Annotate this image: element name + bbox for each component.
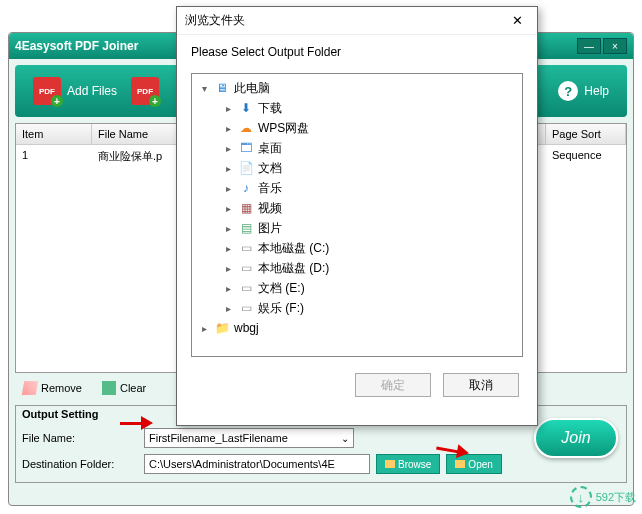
- tree-label: 下载: [258, 100, 282, 117]
- tree-item[interactable]: ▸▭文档 (E:): [194, 278, 520, 298]
- folder-open-icon: [455, 460, 465, 468]
- minimize-button[interactable]: —: [577, 38, 601, 54]
- tree-label: 文档 (E:): [258, 280, 305, 297]
- expand-icon[interactable]: ▸: [222, 163, 234, 174]
- expand-icon[interactable]: ▸: [222, 103, 234, 114]
- expand-icon[interactable]: ▸: [222, 143, 234, 154]
- tree-label: 本地磁盘 (D:): [258, 260, 329, 277]
- disk-icon: ▭: [238, 241, 254, 255]
- watermark: ↓ 592下载: [570, 486, 636, 508]
- destfolder-input[interactable]: C:\Users\Administrator\Documents\4E: [144, 454, 370, 474]
- tree-item[interactable]: ▸🗔桌面: [194, 138, 520, 158]
- expand-icon[interactable]: ▸: [222, 223, 234, 234]
- browse-button[interactable]: Browse: [376, 454, 440, 474]
- add-files-button[interactable]: PDF Add Files: [25, 73, 125, 109]
- tree-item[interactable]: ▸♪音乐: [194, 178, 520, 198]
- tree-item[interactable]: ▸▤图片: [194, 218, 520, 238]
- browse-folder-dialog: 浏览文件夹 ✕ Please Select Output Folder ▾🖥此电…: [176, 6, 538, 426]
- filename-value: FirstFilename_LastFilename: [149, 432, 288, 444]
- eraser-icon: [22, 381, 38, 395]
- destfolder-row: Destination Folder: C:\Users\Administrat…: [22, 454, 620, 474]
- folder-tree[interactable]: ▾🖥此电脑▸⬇下载▸☁WPS网盘▸🗔桌面▸📄文档▸♪音乐▸▦视频▸▤图片▸▭本地…: [191, 73, 523, 357]
- cell-item: 1: [16, 145, 92, 168]
- tree-item[interactable]: ▸⬇下载: [194, 98, 520, 118]
- browse-label: Browse: [398, 459, 431, 470]
- expand-icon[interactable]: ▾: [198, 83, 210, 94]
- tree-item[interactable]: ▾🖥此电脑: [194, 78, 520, 98]
- close-button[interactable]: ×: [603, 38, 627, 54]
- tree-label: 桌面: [258, 140, 282, 157]
- pc-icon: 🖥: [214, 81, 230, 95]
- expand-icon[interactable]: ▸: [198, 323, 210, 334]
- tree-item[interactable]: ▸📄文档: [194, 158, 520, 178]
- tree-label: 文档: [258, 160, 282, 177]
- chevron-down-icon: ⌄: [341, 433, 349, 444]
- tree-item[interactable]: ▸▭本地磁盘 (D:): [194, 258, 520, 278]
- tree-label: 视频: [258, 200, 282, 217]
- remove-label: Remove: [41, 382, 82, 394]
- dl-icon: ⬇: [238, 101, 254, 115]
- col-pagesort[interactable]: Page Sort: [546, 124, 626, 144]
- music-icon: ♪: [238, 181, 254, 195]
- watermark-text: 592下载: [596, 490, 636, 505]
- cloud-icon: ☁: [238, 121, 254, 135]
- tree-label: 图片: [258, 220, 282, 237]
- expand-icon[interactable]: ▸: [222, 203, 234, 214]
- tree-label: 娱乐 (F:): [258, 300, 304, 317]
- filename-dropdown[interactable]: FirstFilename_LastFilename ⌄: [144, 428, 354, 448]
- disk-icon: ▭: [238, 261, 254, 275]
- join-label: Join: [561, 429, 590, 447]
- help-label: Help: [584, 84, 609, 98]
- help-button[interactable]: ? Help: [550, 77, 617, 105]
- col-item[interactable]: Item: [16, 124, 92, 144]
- watermark-icon: ↓: [570, 486, 592, 508]
- clear-label: Clear: [120, 382, 146, 394]
- tree-item[interactable]: ▸▦视频: [194, 198, 520, 218]
- open-button[interactable]: Open: [446, 454, 501, 474]
- tree-label: wbgj: [234, 321, 259, 335]
- filename-row: File Name: FirstFilename_LastFilename ⌄: [22, 428, 620, 448]
- tree-item[interactable]: ▸▭本地磁盘 (C:): [194, 238, 520, 258]
- disk-icon: ▭: [238, 281, 254, 295]
- folder-icon: 📁: [214, 321, 230, 335]
- expand-icon[interactable]: ▸: [222, 183, 234, 194]
- filename-label: File Name:: [22, 432, 138, 444]
- desk-icon: 🗔: [238, 141, 254, 155]
- pdf-icon: PDF: [131, 77, 159, 105]
- cell-pagesort: Sequence: [546, 145, 626, 168]
- join-button[interactable]: Join: [534, 418, 618, 458]
- doc-icon: 📄: [238, 161, 254, 175]
- tree-label: WPS网盘: [258, 120, 309, 137]
- brush-icon: [102, 381, 116, 395]
- tree-label: 此电脑: [234, 80, 270, 97]
- add-files-label: Add Files: [67, 84, 117, 98]
- destfolder-value: C:\Users\Administrator\Documents\4E: [149, 458, 335, 470]
- ok-button[interactable]: 确定: [355, 373, 431, 397]
- tree-item[interactable]: ▸📁wbgj: [194, 318, 520, 338]
- dialog-instruction: Please Select Output Folder: [177, 35, 537, 65]
- tree-item[interactable]: ▸☁WPS网盘: [194, 118, 520, 138]
- help-icon: ?: [558, 81, 578, 101]
- pic-icon: ▤: [238, 221, 254, 235]
- dialog-title: 浏览文件夹: [185, 12, 505, 29]
- tree-item[interactable]: ▸▭娱乐 (F:): [194, 298, 520, 318]
- remove-button[interactable]: Remove: [17, 379, 88, 397]
- video-icon: ▦: [238, 201, 254, 215]
- disk-icon: ▭: [238, 301, 254, 315]
- destfolder-label: Destination Folder:: [22, 458, 138, 470]
- expand-icon[interactable]: ▸: [222, 303, 234, 314]
- tree-label: 音乐: [258, 180, 282, 197]
- tree-label: 本地磁盘 (C:): [258, 240, 329, 257]
- clear-button[interactable]: Clear: [96, 379, 152, 397]
- cancel-button[interactable]: 取消: [443, 373, 519, 397]
- pdf-add-icon: PDF: [33, 77, 61, 105]
- expand-icon[interactable]: ▸: [222, 263, 234, 274]
- folder-icon: [385, 460, 395, 468]
- dialog-titlebar: 浏览文件夹 ✕: [177, 7, 537, 35]
- open-label: Open: [468, 459, 492, 470]
- dialog-close-button[interactable]: ✕: [505, 11, 529, 31]
- expand-icon[interactable]: ▸: [222, 243, 234, 254]
- expand-icon[interactable]: ▸: [222, 123, 234, 134]
- expand-icon[interactable]: ▸: [222, 283, 234, 294]
- dialog-buttons: 确定 取消: [177, 365, 537, 405]
